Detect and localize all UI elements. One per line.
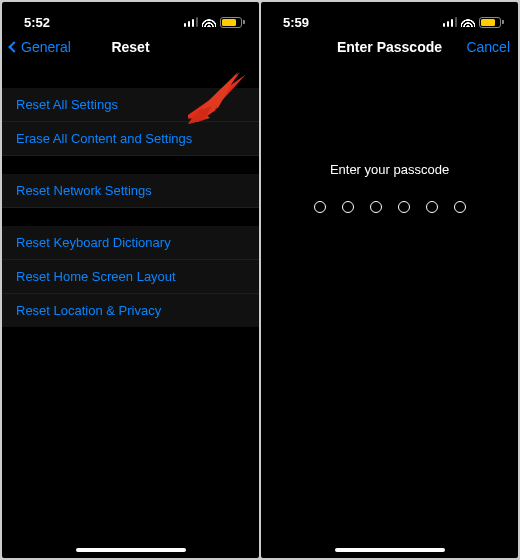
passcode-dot [398, 201, 410, 213]
reset-all-settings-row[interactable]: Reset All Settings [2, 88, 259, 122]
battery-icon [479, 17, 504, 28]
reset-options-list: Reset All Settings Erase All Content and… [2, 70, 259, 327]
reset-home-screen-layout-row[interactable]: Reset Home Screen Layout [2, 260, 259, 294]
status-time: 5:52 [24, 15, 50, 30]
reset-location-privacy-row[interactable]: Reset Location & Privacy [2, 294, 259, 327]
reset-keyboard-dictionary-row[interactable]: Reset Keyboard Dictionary [2, 226, 259, 260]
wifi-icon [461, 17, 475, 27]
wifi-icon [202, 17, 216, 27]
erase-all-content-row[interactable]: Erase All Content and Settings [2, 122, 259, 156]
status-bar: 5:59 [261, 2, 518, 36]
reset-network-settings-row[interactable]: Reset Network Settings [2, 174, 259, 208]
cellular-signal-icon [184, 17, 199, 27]
status-bar: 5:52 [2, 2, 259, 36]
cancel-button[interactable]: Cancel [466, 39, 510, 55]
home-indicator[interactable] [76, 548, 186, 552]
battery-fill [222, 19, 236, 26]
screen-reset-settings: 5:52 General Reset Reset All Settings Er… [2, 2, 259, 558]
battery-fill [481, 19, 495, 26]
status-time: 5:59 [283, 15, 309, 30]
passcode-dot [370, 201, 382, 213]
screen-enter-passcode: 5:59 Enter Passcode Cancel Enter your pa… [261, 2, 518, 558]
home-indicator[interactable] [335, 548, 445, 552]
navigation-bar: Enter Passcode Cancel [261, 36, 518, 64]
back-label: General [21, 39, 71, 55]
passcode-dot [426, 201, 438, 213]
back-button[interactable]: General [10, 39, 71, 55]
cellular-signal-icon [443, 17, 458, 27]
passcode-prompt: Enter your passcode [261, 162, 518, 177]
battery-icon [220, 17, 245, 28]
chevron-left-icon [8, 41, 19, 52]
passcode-dot [454, 201, 466, 213]
navigation-bar: General Reset [2, 36, 259, 64]
passcode-dots [261, 201, 518, 213]
passcode-dot [342, 201, 354, 213]
passcode-dot [314, 201, 326, 213]
